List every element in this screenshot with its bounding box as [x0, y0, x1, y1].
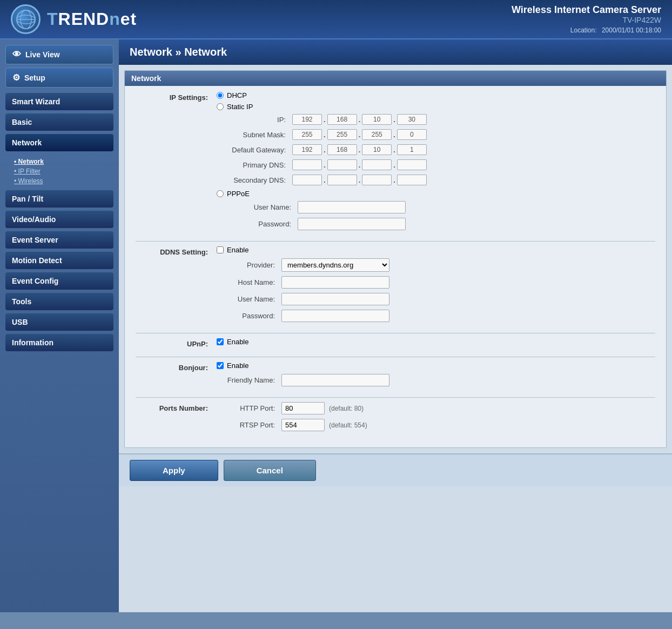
sidebar-item-basic[interactable]: Basic [5, 113, 113, 131]
ports-content: HTTP Port: (default: 80) RTSP Port: (def… [217, 402, 655, 436]
primary-dns-label: Primary DNS: [227, 161, 292, 169]
trendnet-logo-icon [11, 4, 41, 34]
sidebar-item-network[interactable]: Network [5, 134, 113, 151]
friendly-name-input[interactable] [281, 374, 389, 386]
ddns-label: DDNS Setting: [136, 246, 217, 256]
upnp-enable-checkbox[interactable] [217, 338, 224, 345]
upnp-label: UPnP: [136, 338, 217, 348]
ddns-hostname-input[interactable] [281, 276, 389, 289]
secondary-dns-octet3[interactable] [362, 175, 392, 185]
ip-octet4[interactable] [397, 114, 427, 125]
ports-row: Ports Number: HTTP Port: (default: 80) R… [136, 402, 655, 436]
ddns-username-input[interactable] [281, 293, 389, 305]
ddns-username-row: User Name: [217, 293, 655, 305]
bonjour-enable-checkbox[interactable] [217, 362, 224, 369]
pppoe-username-input[interactable] [298, 201, 406, 213]
sidebar-item-motion-detect[interactable]: Motion Detect [5, 252, 113, 269]
subnet-octet3[interactable] [362, 129, 392, 140]
secondary-dns-row: Secondary DNS: . . . [227, 175, 655, 185]
ip-input-group: . . . [292, 114, 427, 125]
rtsp-port-row: RTSP Port: (default: 554) [217, 419, 655, 431]
ip-settings-label: IP Settings: [136, 91, 217, 102]
header-right: Wireless Internet Camera Server TV-IP422… [512, 4, 661, 34]
ip-octet2[interactable] [327, 114, 357, 125]
ddns-password-input[interactable] [281, 310, 389, 322]
gateway-octet1[interactable] [292, 144, 322, 155]
live-view-button[interactable]: 👁 Live View [5, 45, 113, 64]
http-default-note: (default: 80) [329, 405, 364, 412]
secondary-dns-input-group: . . . [292, 175, 427, 185]
setup-label: Setup [24, 73, 45, 82]
gateway-label: Default Gateway: [227, 146, 292, 154]
subnet-label: Subnet Mask: [227, 131, 292, 139]
dhcp-radio-row: DHCP [217, 91, 655, 99]
eye-icon: 👁 [12, 50, 21, 59]
sidebar-item-information[interactable]: Information [5, 334, 113, 351]
pppoe-password-row: Password: [233, 218, 655, 230]
ddns-password-row: Password: [217, 310, 655, 322]
apply-button[interactable]: Apply [130, 460, 218, 481]
secondary-dns-label: Secondary DNS: [227, 176, 292, 184]
live-view-label: Live View [25, 50, 60, 59]
ip-octet3[interactable] [362, 114, 392, 125]
primary-dns-octet1[interactable] [292, 159, 322, 170]
ddns-provider-select[interactable]: members.dyndns.org www.TZO.com [281, 258, 389, 272]
static-ip-radio[interactable] [217, 103, 224, 110]
content-area: Network » Network Network IP Settings: D… [119, 39, 672, 612]
ip-field-row: IP: . . . [227, 114, 655, 125]
divider-3 [136, 357, 655, 357]
divider-1 [136, 241, 655, 242]
ddns-enable-label: Enable [227, 246, 248, 254]
primary-dns-octet2[interactable] [327, 159, 357, 170]
dhcp-radio[interactable] [217, 92, 224, 99]
primary-dns-octet4[interactable] [397, 159, 427, 170]
pppoe-password-input[interactable] [298, 218, 406, 230]
sidebar-item-smart-wizard[interactable]: Smart Wizard [5, 93, 113, 110]
http-port-input[interactable] [281, 402, 325, 414]
primary-dns-input-group: . . . [292, 159, 427, 170]
ip-octet1[interactable] [292, 114, 322, 125]
gateway-octet4[interactable] [397, 144, 427, 155]
gateway-octet2[interactable] [327, 144, 357, 155]
logo-text: TRENDnet [47, 9, 137, 29]
ip-settings-row: IP Settings: DHCP Static IP [136, 91, 655, 235]
primary-dns-octet3[interactable] [362, 159, 392, 170]
location-bar: Location: 2000/01/01 00:18:00 [512, 26, 661, 34]
sidebar-item-usb[interactable]: USB [5, 313, 113, 331]
pppoe-radio[interactable] [217, 190, 224, 197]
pppoe-password-label: Password: [233, 220, 298, 228]
cancel-button[interactable]: Cancel [224, 460, 316, 481]
sidebar-item-pan-tilt[interactable]: Pan / Tilt [5, 190, 113, 208]
static-ip-label: Static IP [227, 103, 253, 111]
ddns-enable-checkbox[interactable] [217, 246, 224, 253]
rtsp-port-input[interactable] [281, 419, 325, 431]
product-model: TV-IP422W [512, 16, 661, 24]
ip-settings-content: DHCP Static IP IP: [217, 91, 655, 235]
gateway-octet3[interactable] [362, 144, 392, 155]
sidebar-item-video-audio[interactable]: Video/Audio [5, 211, 113, 228]
bonjour-enable-row: Enable [217, 362, 655, 370]
sidebar-sub-ip-filter[interactable]: • IP Filter [14, 166, 109, 176]
sidebar-item-event-config[interactable]: Event Config [5, 272, 113, 290]
section-content: IP Settings: DHCP Static IP [125, 86, 666, 447]
secondary-dns-octet4[interactable] [397, 175, 427, 185]
pppoe-radio-row: PPPoE [217, 190, 655, 198]
secondary-dns-octet2[interactable] [327, 175, 357, 185]
ddns-row: DDNS Setting: Enable Provider: members.d… [136, 246, 655, 326]
subnet-octet2[interactable] [327, 129, 357, 140]
gateway-field-row: Default Gateway: . . . [227, 144, 655, 155]
sidebar-item-tools[interactable]: Tools [5, 293, 113, 310]
header: TRENDnet Wireless Internet Camera Server… [0, 0, 672, 39]
sidebar-sub-wireless[interactable]: • Wireless [14, 176, 109, 186]
subnet-octet4[interactable] [397, 129, 427, 140]
dhcp-label: DHCP [227, 91, 247, 99]
secondary-dns-octet1[interactable] [292, 175, 322, 185]
sidebar-sub-network[interactable]: • Network [14, 157, 109, 166]
upnp-content: Enable [217, 338, 655, 350]
main-layout: 👁 Live View ⚙ Setup Smart Wizard Basic N… [0, 39, 672, 612]
subnet-octet1[interactable] [292, 129, 322, 140]
setup-button[interactable]: ⚙ Setup [5, 68, 113, 88]
friendly-name-label: Friendly Name: [217, 376, 281, 384]
ddns-provider-row: Provider: members.dyndns.org www.TZO.com [217, 258, 655, 272]
sidebar-item-event-server[interactable]: Event Server [5, 231, 113, 249]
